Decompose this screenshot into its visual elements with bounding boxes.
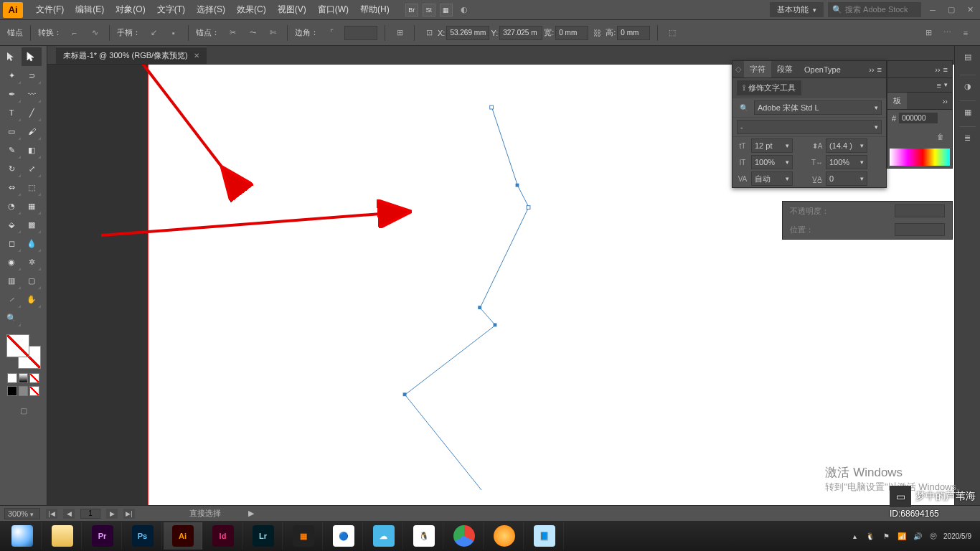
menu-window[interactable]: 窗口(W) [312,1,354,19]
taskbar-app2[interactable]: 🔵 [324,522,363,550]
panel-menu-icon[interactable]: ≡ [937,81,941,90]
live-paint-tool[interactable]: ▦ [22,197,42,215]
taskbar-app1[interactable]: ▦ [284,522,323,550]
settings-icon[interactable]: ⋯ [940,26,954,40]
font-family-input[interactable]: Adobe 宋体 Std L▾ [754,100,882,115]
selection-tool[interactable] [1,47,22,66]
cut-path-icon[interactable]: ✄ [265,26,280,40]
tray-qq-icon[interactable]: 🐧 [864,530,876,542]
zoom-select[interactable]: 300% ▾ [4,508,40,519]
taskbar-illustrator[interactable]: Ai [164,522,202,550]
tab-paragraph[interactable]: 段落 [771,61,798,77]
taskbar-indesign[interactable]: Id [204,522,242,550]
trash-icon[interactable]: 🗑 [933,129,948,143]
tray-flag-icon[interactable]: ⚑ [880,530,892,542]
bridge-icon[interactable]: Br [405,4,418,17]
color-mini-panel[interactable]: ››≡ ≡▾ 板›› #000000 🗑 [887,60,953,169]
swatches-icon[interactable]: ▦ [960,100,976,116]
system-tray[interactable]: ▴ 🐧 ⚑ 📶 🔊 ㊥ 2020/5/9 [849,530,977,542]
none-mode-icon[interactable] [29,373,39,383]
maximize-button[interactable]: ▢ [944,4,958,16]
page-input[interactable] [80,509,100,519]
symbol-sprayer-tool[interactable]: ✲ [22,253,42,271]
opacity-dropdown[interactable] [895,204,945,217]
panel-toggle-icon[interactable]: ⊞ [921,26,936,40]
gradient-mode-icon[interactable] [19,373,29,383]
lasso-tool[interactable]: ⊃ [22,66,42,85]
zoom-tool[interactable]: 🔍 [1,309,22,327]
properties-icon[interactable]: ▤ [960,49,976,65]
workspace-switcher[interactable]: 基本功能▾ [770,2,824,17]
gpu-icon[interactable]: ◐ [457,3,471,17]
menu-help[interactable]: 帮助(H) [354,1,395,19]
tab-swatch[interactable]: 板 [887,93,907,109]
artboard-tool[interactable]: ▢ [22,271,42,290]
column-graph-tool[interactable]: ▥ [1,271,22,290]
gradient-props-panel[interactable]: 不透明度： 位置： [782,201,953,240]
corner-radius-input[interactable] [344,26,377,40]
remove-anchor-icon[interactable]: ✂ [225,26,240,40]
taskbar-chrome[interactable] [445,522,484,550]
tray-ime-icon[interactable]: ㊥ [928,530,939,542]
eyedropper-tool[interactable]: 💧 [22,234,42,253]
first-page-button[interactable]: |◀ [46,509,57,519]
taskbar-app3[interactable]: ☁ [364,522,403,550]
magic-wand-tool[interactable]: ✦ [1,66,22,85]
hscale-input[interactable]: 100%▾ [826,155,867,169]
color-mode-icon[interactable] [7,373,17,383]
line-tool[interactable]: ╱ [22,103,42,122]
panel-menu-icon[interactable]: ≡ [943,65,948,74]
pen-tool[interactable]: ✒ [1,85,22,103]
color-panel-icon[interactable]: ◑ [960,75,976,90]
type-tool[interactable]: T [1,103,22,122]
reference-point-icon[interactable]: ⊡ [422,26,436,40]
search-stock-input[interactable]: 🔍搜索 Adobe Stock [828,2,921,17]
align-to-icon[interactable]: ⊞ [392,26,407,40]
taskbar-explorer[interactable] [43,522,82,550]
taskbar-premiere[interactable]: Pr [83,522,122,550]
shaper-tool[interactable]: ✎ [1,141,22,159]
rectangle-tool[interactable]: ▭ [1,122,22,141]
menu-type[interactable]: 文字(T) [151,1,191,19]
close-tab-icon[interactable]: ✕ [194,52,199,60]
mesh-tool[interactable]: ▩ [22,215,42,234]
scale-tool[interactable]: ⤢ [22,159,42,178]
menu-effect[interactable]: 效果(C) [231,1,272,19]
taskbar-photoshop[interactable]: Ps [123,522,162,550]
kerning-input[interactable]: 自动▾ [751,171,793,186]
hex-input[interactable]: 000000 [899,113,938,123]
w-input[interactable] [555,26,588,40]
tracking-input[interactable]: 0▾ [826,171,867,186]
width-tool[interactable]: ⇔ [1,178,22,197]
position-dropdown[interactable] [895,223,945,236]
menu-file[interactable]: 文件(F) [30,1,70,19]
prev-page-button[interactable]: ◀ [63,509,75,519]
collapse-icon[interactable]: ›› [935,65,940,74]
fill-swatch[interactable] [6,334,29,357]
status-arrow-icon[interactable]: ▶ [248,509,254,518]
curvature-tool[interactable]: 〰 [22,85,42,103]
corner-widget-icon[interactable]: ⌜ [324,26,339,40]
taskbar-browser[interactable] [3,522,42,550]
smooth-point-icon[interactable]: ∿ [88,26,102,40]
taskbar-app4[interactable] [485,522,524,550]
tab-opentype[interactable]: OpenType [798,62,847,77]
tab-character[interactable]: 字符 [744,61,771,77]
collapse-icon[interactable]: ›› [943,97,948,105]
perspective-tool[interactable]: ⬙ [1,215,22,234]
last-page-button[interactable]: ▶| [123,509,135,519]
connect-anchor-icon[interactable]: ⤳ [245,26,260,40]
draw-inside-icon[interactable] [29,386,39,396]
taskbar-qq[interactable]: 🐧 [405,522,443,550]
arrange-icon[interactable]: ▦ [440,4,453,17]
show-handle-icon[interactable]: ↙ [146,26,161,40]
layers-icon[interactable]: ≣ [960,126,976,142]
free-transform-tool[interactable]: ⬚ [22,178,42,197]
draw-normal-icon[interactable] [7,386,17,396]
shape-builder-tool[interactable]: ◔ [1,197,22,215]
link-wh-icon[interactable]: ⛓ [590,26,604,40]
gradient-tool[interactable]: ◻ [1,234,22,253]
next-page-button[interactable]: ▶ [106,509,118,519]
leading-input[interactable]: (14.4 )▾ [826,138,867,153]
x-input[interactable] [446,26,489,40]
